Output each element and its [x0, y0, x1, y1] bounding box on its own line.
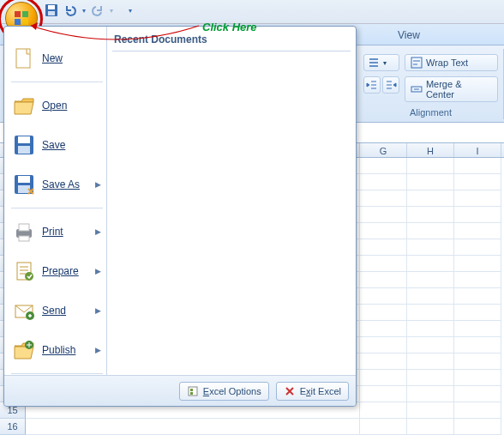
menu-item-label: New	[42, 52, 63, 64]
svg-rect-7	[411, 57, 422, 68]
svg-point-20	[25, 272, 33, 281]
svg-rect-6	[48, 11, 55, 15]
alignment-group-title: Alignment	[358, 106, 503, 119]
undo-icon[interactable]	[63, 3, 77, 17]
publish-icon	[13, 339, 35, 361]
svg-rect-3	[22, 19, 28, 25]
menu-item-label: Publish	[42, 344, 75, 356]
merge-center-icon	[411, 83, 423, 95]
submenu-arrow-icon: ▶	[95, 180, 101, 189]
office-menu-footer: Excel Options Exit Excel	[4, 375, 356, 406]
submenu-arrow-icon: ▶	[95, 267, 101, 275]
menu-item-label: Save As	[42, 178, 80, 190]
save-icon[interactable]	[45, 3, 58, 17]
office-logo-icon	[13, 9, 30, 27]
office-menu: NewOpenSaveSave As▶Print▶Prepare▶Send▶Pu…	[3, 26, 357, 407]
menu-item-prepare[interactable]: Prepare▶	[9, 251, 105, 291]
alignment-group: ▾ Wrap Text Merge &	[358, 49, 504, 119]
menu-item-new[interactable]: New	[9, 39, 105, 78]
svg-rect-25	[190, 389, 193, 391]
submenu-arrow-icon: ▶	[95, 346, 101, 354]
print-icon	[13, 221, 35, 243]
exit-icon	[284, 385, 296, 397]
submenu-arrow-icon: ▶	[95, 227, 101, 236]
svg-rect-0	[15, 11, 21, 17]
open-icon	[13, 94, 35, 117]
redo-dropdown-icon[interactable]: ▾	[110, 7, 113, 15]
row-16[interactable]: 16	[0, 419, 26, 435]
new-icon	[13, 47, 35, 69]
indent-increase-icon	[385, 79, 397, 91]
office-menu-left: NewOpenSaveSave As▶Print▶Prepare▶Send▶Pu…	[4, 27, 107, 375]
tab-view[interactable]: View	[389, 27, 429, 44]
menu-item-publish[interactable]: Publish▶	[9, 330, 105, 370]
qat-customize-icon[interactable]: ▾	[129, 7, 132, 15]
svg-rect-17	[19, 224, 29, 231]
options-icon	[187, 385, 199, 397]
col-g[interactable]: G	[360, 143, 407, 157]
menu-separator	[11, 373, 103, 374]
col-h[interactable]: H	[407, 143, 454, 157]
menu-item-open[interactable]: Open	[9, 86, 105, 125]
menu-item-save[interactable]: Save	[9, 125, 105, 165]
svg-rect-26	[190, 392, 193, 395]
menu-item-send[interactable]: Send▶	[9, 291, 105, 330]
wrap-text-icon	[411, 57, 423, 69]
send-icon	[13, 299, 35, 322]
svg-rect-14	[18, 176, 30, 183]
title-bar: ▾ ▾ ▾	[0, 0, 504, 24]
col-i[interactable]: I	[454, 143, 501, 157]
exit-excel-label: Exit Excel	[300, 386, 341, 396]
office-menu-recent: Recent Documents	[107, 27, 356, 375]
svg-rect-1	[22, 11, 28, 17]
menu-item-label: Prepare	[42, 265, 79, 277]
svg-rect-12	[18, 146, 30, 154]
svg-rect-5	[48, 5, 55, 9]
undo-dropdown-icon[interactable]: ▾	[82, 7, 86, 15]
menu-item-saveas[interactable]: Save As▶	[9, 165, 105, 204]
indent-decrease-button[interactable]	[363, 76, 381, 94]
redo-icon[interactable]	[91, 3, 105, 17]
svg-rect-2	[15, 19, 21, 25]
align-icon	[368, 57, 380, 69]
save-icon	[13, 134, 35, 156]
indent-decrease-icon	[366, 79, 378, 91]
submenu-arrow-icon: ▶	[95, 306, 101, 315]
menu-item-print[interactable]: Print▶	[9, 212, 105, 251]
wrap-text-label: Wrap Text	[426, 57, 468, 68]
exit-excel-button[interactable]: Exit Excel	[276, 382, 349, 401]
svg-rect-11	[18, 136, 30, 143]
svg-rect-18	[19, 236, 29, 241]
menu-item-label: Open	[42, 100, 67, 112]
saveas-icon	[13, 173, 35, 196]
prepare-icon	[13, 260, 35, 282]
menu-item-label: Send	[42, 305, 66, 317]
indent-increase-button[interactable]	[382, 76, 399, 94]
quick-access-toolbar: ▾ ▾ ▾	[45, 3, 132, 17]
recent-documents-header: Recent Documents	[112, 30, 351, 51]
merge-center-label: Merge & Center	[426, 79, 492, 100]
wrap-text-button[interactable]: Wrap Text	[405, 54, 498, 71]
menu-item-label: Save	[42, 139, 65, 151]
menu-separator	[11, 208, 103, 208]
excel-options-button[interactable]: Excel Options	[179, 382, 269, 401]
merge-center-button[interactable]: Merge & Center	[405, 76, 498, 102]
align-button[interactable]: ▾	[363, 54, 399, 71]
menu-separator	[11, 82, 103, 82]
excel-options-label: Excel Options	[203, 386, 261, 396]
menu-item-label: Print	[42, 226, 63, 238]
